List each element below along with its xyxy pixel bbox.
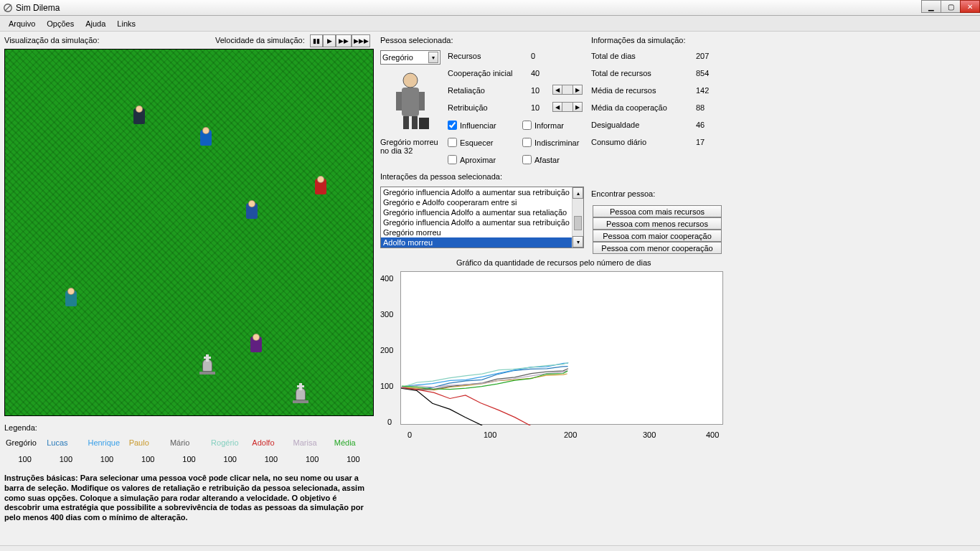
death-note: Gregório morreu no dia 32	[380, 138, 445, 155]
legend-value: 100	[45, 455, 86, 463]
menu-links[interactable]: Links	[111, 18, 141, 29]
menubar: Arquivo Opções Ajuda Links	[0, 16, 980, 32]
resource-chart	[400, 271, 723, 425]
ytick-400: 400	[380, 274, 393, 283]
legend-name[interactable]: Lucas	[45, 438, 86, 448]
interactions-listbox[interactable]: Gregório influencia Adolfo a aumentar su…	[380, 187, 584, 248]
sprite[interactable]	[62, 288, 80, 311]
person-portrait	[389, 67, 432, 132]
chk-afastar[interactable]: Afastar	[522, 155, 560, 164]
scrollbar-down-icon[interactable]: ▾	[573, 236, 583, 248]
value-retaliacao: 10	[531, 86, 540, 95]
interaction-row[interactable]: Gregório influencia Adolfo a aumentar su…	[381, 207, 583, 217]
find-mais-recursos-button[interactable]: Pessoa com mais recursos	[593, 205, 722, 217]
retaliacao-dec-button[interactable]: ◀	[552, 85, 562, 95]
value-desigualdade: 46	[696, 121, 705, 129]
chk-indiscriminar[interactable]: Indiscriminar	[522, 138, 579, 147]
label-retaliacao: Retaliação	[448, 86, 485, 95]
xtick-100: 100	[484, 430, 496, 439]
find-menos-recursos-button[interactable]: Pessoa com menos recursos	[593, 217, 722, 230]
listbox-scrollbar[interactable]: ▴ ▾	[572, 187, 583, 248]
interaction-row[interactable]: Gregório influencia Adolfo a aumentar su…	[381, 217, 583, 227]
interaction-row[interactable]: Adolfo morreu	[381, 237, 583, 248]
window-titlebar: Sim Dilema ▁ ▢ ✕	[0, 0, 980, 16]
sprite[interactable]	[131, 105, 148, 128]
speed-3-button[interactable]: ▶▶▶	[352, 34, 370, 47]
retaliacao-track[interactable]	[562, 85, 573, 95]
menu-ajuda[interactable]: Ajuda	[80, 18, 111, 29]
grave[interactable]	[292, 383, 309, 403]
find-maior-coop-button[interactable]: Pessoa com maior cooperação	[593, 230, 722, 242]
ytick-100: 100	[380, 382, 393, 390]
speed-pause-button[interactable]: ▮▮	[310, 34, 323, 47]
app-icon	[3, 3, 13, 13]
chk-esquecer[interactable]: Esquecer	[448, 138, 493, 147]
instructions-text: Instruções básicas: Para selecionar uma …	[4, 474, 374, 523]
maximize-button[interactable]: ▢	[941, 0, 961, 13]
close-button[interactable]: ✕	[960, 0, 980, 13]
scrollbar-thumb[interactable]	[574, 216, 582, 230]
menu-arquivo[interactable]: Arquivo	[3, 18, 41, 29]
svg-rect-5	[419, 92, 425, 110]
legend-value: 100	[333, 455, 374, 463]
retribuicao-dec-button[interactable]: ◀	[552, 102, 562, 112]
label-visualizacao: Visualização da simulação:	[4, 36, 99, 44]
legend-value: 100	[169, 455, 209, 463]
ytick-300: 300	[380, 310, 393, 319]
value-coop-inicial: 40	[531, 69, 540, 77]
value-consumo: 17	[696, 138, 705, 146]
chk-aproximar[interactable]: Aproximar	[448, 155, 496, 164]
speed-1-button[interactable]: ▶	[323, 34, 336, 47]
menu-opcoes[interactable]: Opções	[41, 18, 80, 29]
legend-value: 100	[4, 455, 45, 463]
chk-informar[interactable]: Informar	[522, 121, 564, 130]
svg-point-3	[403, 73, 418, 88]
dropdown-arrow-icon[interactable]: ▾	[428, 52, 438, 63]
legend-name[interactable]: Média	[333, 438, 374, 448]
chart-title: Gráfico da quantidade de recursos pelo n…	[456, 258, 651, 267]
retaliacao-inc-button[interactable]: ▶	[573, 85, 583, 95]
retribuicao-inc-button[interactable]: ▶	[573, 102, 583, 112]
retribuicao-track[interactable]	[562, 102, 573, 112]
legend-value: 100	[292, 455, 333, 463]
sprite[interactable]	[197, 127, 215, 150]
label-coop-inicial: Cooperação inicial	[448, 69, 513, 77]
grave[interactable]	[199, 354, 216, 375]
label-consumo: Consumo diário	[591, 138, 646, 146]
legend-name[interactable]: Adolfo	[250, 438, 291, 448]
scrollbar-up-icon[interactable]: ▴	[573, 187, 583, 199]
svg-line-1	[5, 4, 11, 11]
xtick-200: 200	[564, 430, 577, 439]
legend-name[interactable]: Henrique	[86, 438, 127, 448]
legend-names-row: GregórioLucasHenriquePauloMárioRogérioAd…	[4, 438, 374, 448]
ytick-0: 0	[387, 418, 392, 426]
person-select-value: Gregório	[382, 53, 413, 62]
sprite[interactable]	[248, 334, 265, 357]
label-velocidade: Velocidade da simulação:	[215, 36, 305, 44]
find-menor-coop-button[interactable]: Pessoa com menor cooperação	[593, 242, 722, 254]
interaction-row[interactable]: Gregório e Adolfo cooperaram entre si	[381, 197, 583, 207]
person-select[interactable]: Gregório ▾	[380, 50, 440, 65]
simulation-canvas[interactable]	[4, 49, 374, 416]
label-total-recursos: Total de recursos	[591, 69, 651, 77]
interaction-row[interactable]: Gregório influencia Adolfo a aumentar su…	[381, 187, 583, 197]
legend-name[interactable]: Rogério	[209, 438, 250, 448]
label-legenda: Legenda:	[4, 423, 37, 432]
legend-value: 100	[86, 455, 127, 463]
minimize-button[interactable]: ▁	[921, 0, 941, 13]
sprite[interactable]	[312, 176, 329, 199]
legend-name[interactable]: Gregório	[4, 438, 45, 448]
legend-name[interactable]: Marisa	[292, 438, 333, 448]
chk-influenciar[interactable]: Influenciar	[448, 121, 496, 130]
window-title: Sim Dilema	[16, 3, 977, 13]
svg-rect-6	[403, 116, 409, 129]
label-media-recursos: Média de recursos	[591, 86, 656, 95]
interaction-row[interactable]: Gregório morreu	[381, 227, 583, 237]
label-siminfo: Informações da simulação:	[591, 36, 685, 44]
legend-values-row: 100100100100100100100100100	[4, 455, 374, 463]
legend-name[interactable]: Paulo	[128, 438, 169, 448]
value-media-coop: 88	[696, 103, 705, 112]
legend-name[interactable]: Mário	[169, 438, 209, 448]
speed-2-button[interactable]: ▶▶	[336, 34, 352, 47]
sprite[interactable]	[243, 200, 260, 223]
